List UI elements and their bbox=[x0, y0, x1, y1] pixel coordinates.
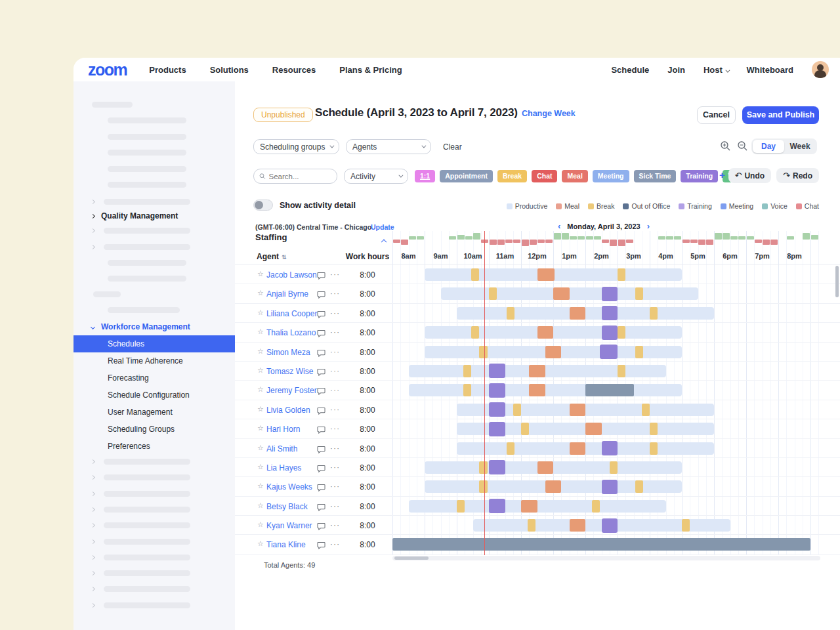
sidebar-item-real-time-adherence[interactable]: Real Time Adherence bbox=[74, 352, 235, 369]
break-segment[interactable] bbox=[507, 307, 514, 320]
shift-bar[interactable] bbox=[409, 500, 666, 513]
row-menu-button[interactable]: ··· bbox=[330, 502, 341, 510]
shift-bar[interactable] bbox=[425, 326, 682, 339]
break-segment[interactable] bbox=[618, 326, 625, 339]
zoom-out-icon[interactable] bbox=[737, 140, 748, 152]
agent-name-link[interactable]: Tomasz Wise bbox=[266, 367, 313, 376]
row-menu-button[interactable]: ··· bbox=[330, 463, 341, 471]
undo-button[interactable]: ↶Undo bbox=[728, 168, 772, 183]
sort-icon[interactable]: ⇅ bbox=[282, 254, 287, 261]
break-segment[interactable] bbox=[592, 500, 600, 513]
break-segment[interactable] bbox=[479, 346, 487, 358]
row-menu-button[interactable]: ··· bbox=[330, 270, 341, 278]
sidebar-item-quality-management[interactable]: Quality Management bbox=[101, 211, 178, 220]
meeting-segment[interactable] bbox=[489, 402, 505, 417]
break-segment[interactable] bbox=[635, 346, 643, 358]
activity-chip-appointment[interactable]: Appointment bbox=[440, 170, 493, 182]
redo-button[interactable]: ↷Redo bbox=[776, 168, 819, 183]
break-segment[interactable] bbox=[528, 519, 536, 532]
break-segment[interactable] bbox=[618, 365, 625, 377]
break-segment[interactable] bbox=[650, 307, 658, 320]
scheduling-groups-dropdown[interactable]: Scheduling groups bbox=[253, 139, 339, 154]
nav-solutions[interactable]: Solutions bbox=[210, 65, 249, 75]
break-segment[interactable] bbox=[463, 384, 471, 396]
favorite-star-icon[interactable]: ☆ bbox=[257, 539, 264, 548]
row-menu-button[interactable]: ··· bbox=[330, 386, 341, 394]
break-segment[interactable] bbox=[507, 442, 514, 455]
shift-bar[interactable] bbox=[457, 307, 714, 320]
sidebar-item-schedule-configuration[interactable]: Schedule Configuration bbox=[74, 387, 235, 404]
chat-bubble-icon[interactable] bbox=[317, 348, 326, 360]
meal-segment[interactable] bbox=[537, 461, 554, 474]
row-menu-button[interactable]: ··· bbox=[330, 444, 341, 452]
vertical-scrollbar-thumb[interactable] bbox=[835, 266, 839, 297]
horizontal-scrollbar[interactable] bbox=[392, 556, 820, 560]
break-segment[interactable] bbox=[479, 461, 487, 474]
chat-bubble-icon[interactable] bbox=[317, 425, 326, 436]
activity-dropdown[interactable]: Activity bbox=[344, 169, 408, 184]
favorite-star-icon[interactable]: ☆ bbox=[257, 289, 264, 297]
meeting-segment[interactable] bbox=[489, 460, 505, 474]
shift-bar[interactable] bbox=[441, 287, 698, 300]
agent-name-link[interactable]: Betsy Black bbox=[266, 502, 308, 511]
row-menu-button[interactable]: ··· bbox=[330, 521, 341, 529]
sidebar-item-scheduling-groups[interactable]: Scheduling Groups bbox=[74, 421, 235, 438]
row-menu-button[interactable]: ··· bbox=[330, 482, 341, 490]
chat-bubble-icon[interactable] bbox=[317, 482, 326, 494]
nav-products[interactable]: Products bbox=[149, 65, 186, 75]
row-menu-button[interactable]: ··· bbox=[330, 406, 341, 413]
favorite-star-icon[interactable]: ☆ bbox=[257, 385, 264, 394]
nav-schedule[interactable]: Schedule bbox=[611, 65, 649, 75]
activity-chip-meeting[interactable]: Meeting bbox=[593, 170, 629, 182]
break-segment[interactable] bbox=[650, 423, 658, 435]
chat-bubble-icon[interactable] bbox=[317, 444, 326, 456]
activity-chip-1-1[interactable]: 1:1 bbox=[415, 170, 435, 182]
break-segment[interactable] bbox=[489, 287, 497, 300]
favorite-star-icon[interactable]: ☆ bbox=[257, 444, 264, 452]
next-day-arrow[interactable]: › bbox=[640, 221, 656, 231]
day-tab[interactable]: Day bbox=[753, 140, 784, 153]
break-segment[interactable] bbox=[463, 365, 471, 377]
meal-segment[interactable] bbox=[570, 307, 586, 320]
save-and-publish-button[interactable]: Save and Publish bbox=[742, 106, 819, 124]
activity-chip-training[interactable]: Training bbox=[681, 170, 718, 182]
chat-bubble-icon[interactable] bbox=[317, 309, 326, 321]
previous-day-arrow[interactable]: ‹ bbox=[551, 221, 567, 231]
meeting-segment[interactable] bbox=[602, 287, 618, 301]
row-menu-button[interactable]: ··· bbox=[330, 367, 341, 375]
zoom-in-icon[interactable] bbox=[720, 140, 731, 152]
break-segment[interactable] bbox=[479, 480, 487, 493]
chat-bubble-icon[interactable] bbox=[317, 540, 326, 552]
chat-bubble-icon[interactable] bbox=[317, 289, 326, 301]
activity-chip-meal[interactable]: Meal bbox=[562, 170, 587, 182]
break-segment[interactable] bbox=[618, 268, 625, 281]
chat-bubble-icon[interactable] bbox=[317, 328, 326, 340]
meal-segment[interactable] bbox=[545, 346, 562, 358]
favorite-star-icon[interactable]: ☆ bbox=[257, 501, 264, 510]
agent-name-link[interactable]: Hari Horn bbox=[266, 425, 300, 434]
ooo-segment[interactable] bbox=[585, 384, 634, 396]
nav-join[interactable]: Join bbox=[667, 65, 685, 75]
activity-chip-chat[interactable]: Chat bbox=[532, 170, 557, 182]
cancel-button[interactable]: Cancel bbox=[697, 106, 736, 124]
meal-segment[interactable] bbox=[585, 423, 602, 435]
break-segment[interactable] bbox=[642, 404, 650, 416]
meeting-segment[interactable] bbox=[602, 480, 618, 494]
favorite-star-icon[interactable]: ☆ bbox=[257, 347, 264, 356]
agent-name-link[interactable]: Livia Golden bbox=[266, 406, 310, 415]
break-segment[interactable] bbox=[650, 442, 658, 455]
agent-name-link[interactable]: Thalia Lozano bbox=[266, 328, 316, 337]
meal-segment[interactable] bbox=[537, 268, 555, 281]
break-segment[interactable] bbox=[635, 287, 643, 300]
agent-name-link[interactable]: Anjali Byrne bbox=[266, 289, 308, 299]
favorite-star-icon[interactable]: ☆ bbox=[257, 366, 264, 375]
activity-chip-sick-time[interactable]: Sick Time bbox=[634, 170, 677, 182]
row-menu-button[interactable]: ··· bbox=[330, 309, 341, 317]
meal-segment[interactable] bbox=[521, 500, 537, 513]
nav-plans-pricing[interactable]: Plans & Pricing bbox=[339, 65, 402, 75]
nav-host[interactable]: Host bbox=[704, 65, 728, 75]
break-segment[interactable] bbox=[635, 480, 643, 493]
break-segment[interactable] bbox=[521, 423, 529, 435]
agent-name-link[interactable]: Simon Meza bbox=[266, 348, 310, 357]
meal-segment[interactable] bbox=[570, 442, 586, 455]
